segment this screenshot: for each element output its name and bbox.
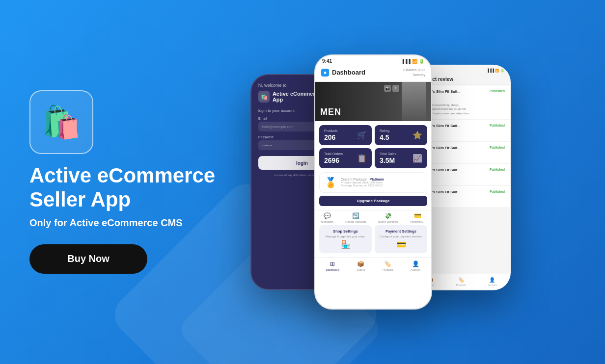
stats-grid: Products 206 🛒 Rating 4.5 ⭐ Total Orders bbox=[315, 121, 431, 172]
products-stat-info: Products 206 bbox=[324, 129, 338, 141]
app-icon: 🛍️ bbox=[42, 104, 81, 141]
nav-products[interactable]: 🏷️ Products bbox=[383, 260, 393, 271]
status-time: 9:41 bbox=[322, 58, 332, 64]
package-card: 🏅 Current Package Platinum Product Uploa… bbox=[319, 172, 427, 193]
dash-social: 📷 f bbox=[384, 85, 399, 92]
shop-settings-desc: Manage & organize your shop. bbox=[323, 235, 368, 238]
sales-icon: 📈 bbox=[412, 154, 422, 163]
rev-nav-products[interactable]: 🏷️ Products bbox=[456, 277, 466, 286]
nav-messages[interactable]: 💬 Messages bbox=[321, 212, 333, 223]
products-stat: Products 206 🛒 bbox=[319, 125, 372, 145]
review-status-1: Published bbox=[490, 89, 505, 95]
shop-settings-icon: 🏪 bbox=[323, 240, 368, 249]
sales-stat: Total Sales 3.5M 📈 bbox=[375, 148, 427, 168]
facebook-icon: f bbox=[392, 85, 399, 92]
refund-icon: ↩️ bbox=[352, 212, 359, 219]
review-status-4: Published bbox=[490, 168, 505, 173]
hero-text: MEN bbox=[320, 107, 341, 117]
orders-stat: Total Orders 2696 📋 bbox=[319, 148, 372, 168]
shop-settings-card[interactable]: Shop Settings Manage & organize your sho… bbox=[319, 225, 372, 253]
package-medal: 🏅 bbox=[325, 177, 337, 188]
app-title: Active eCommerce Seller App bbox=[29, 164, 236, 211]
orders-label: Total Orders bbox=[324, 152, 343, 156]
rev-nav-account[interactable]: 👤 Account bbox=[488, 277, 496, 286]
dash-title: Dashboard bbox=[332, 69, 365, 76]
products-icon: 🛒 bbox=[357, 130, 367, 140]
dash-date: 01March 2022 Tuesday bbox=[403, 68, 425, 78]
nav-withdraw[interactable]: 💸 Money Withdraw bbox=[378, 212, 398, 223]
status-bar: 9:41 ▐▐▐ 📶 🔋 bbox=[315, 55, 431, 65]
buy-now-button[interactable]: Buy Now bbox=[29, 244, 147, 274]
rating-stat: Rating 4.5 ⭐ bbox=[375, 125, 427, 145]
payment-icon: 💳 bbox=[414, 212, 421, 219]
withdraw-icon: 💸 bbox=[385, 212, 392, 219]
orders-value: 2696 bbox=[324, 156, 343, 164]
sales-value: 3.5M bbox=[380, 156, 396, 164]
settings-row: Shop Settings Manage & organize your sho… bbox=[315, 225, 431, 257]
app-subtitle: Only for Active eCommerce CMS bbox=[29, 217, 236, 229]
payment-settings-title: Payment Settings bbox=[379, 229, 423, 234]
app-icon-wrapper: 🛍️ bbox=[29, 90, 93, 154]
rating-icon: ⭐ bbox=[412, 130, 422, 140]
package-label: Current Package Platinum bbox=[341, 178, 422, 181]
sales-stat-info: Total Sales 3.5M bbox=[380, 152, 396, 164]
review-status-3: Published bbox=[490, 146, 505, 151]
dash-header: ■ Dashboard 01March 2022 Tuesday bbox=[315, 65, 431, 82]
dash-header-left: ■ Dashboard bbox=[321, 69, 365, 77]
account-nav-icon: 👤 bbox=[412, 260, 419, 267]
status-icons: ▐▐▐ 📶 🔋 bbox=[401, 59, 424, 64]
mid-nav-bar: 💬 Messages ↩️ Refund Requests 💸 Money Wi… bbox=[315, 210, 431, 225]
nav-refund[interactable]: ↩️ Refund Requests bbox=[345, 212, 366, 223]
rev-account-icon: 👤 bbox=[489, 277, 495, 283]
bottom-nav-bar: ⊞ Dashboard 📦 Orders 🏷️ Products 👤 Accou… bbox=[315, 257, 431, 274]
reviews-status-icons: ▐▐▐ 📶 🔋 bbox=[487, 69, 505, 73]
orders-icon: 📋 bbox=[357, 154, 367, 163]
login-app-icon: 🛍️ bbox=[258, 91, 270, 103]
rev-products-icon: 🏷️ bbox=[458, 277, 464, 283]
payment-settings-icon: 💳 bbox=[379, 240, 423, 249]
dash-hero: MEN 📷 f bbox=[315, 82, 431, 121]
orders-stat-info: Total Orders 2696 bbox=[324, 152, 343, 164]
review-status-5: Published bbox=[490, 190, 505, 195]
dashboard-icon: ■ bbox=[321, 69, 329, 77]
nav-dashboard[interactable]: ⊞ Dashboard bbox=[326, 260, 339, 271]
payment-settings-desc: Configure your payment method. bbox=[379, 235, 423, 238]
nav-account[interactable]: 👤 Account bbox=[411, 260, 420, 271]
left-panel: 🛍️ Active eCommerce Seller App Only for … bbox=[29, 90, 236, 274]
products-nav-icon: 🏷️ bbox=[384, 260, 391, 267]
package-info: Current Package Platinum Product Upload … bbox=[341, 178, 422, 187]
review-status-2: Published bbox=[490, 124, 505, 129]
products-value: 206 bbox=[324, 133, 338, 141]
hero-person bbox=[402, 82, 426, 121]
rating-value: 4.5 bbox=[380, 133, 389, 141]
dashboard-phone: 9:41 ▐▐▐ 📶 🔋 ■ Dashboard 01March 2022 bbox=[314, 54, 432, 310]
nav-payment[interactable]: 💳 Payment L... bbox=[410, 212, 425, 223]
rating-label: Rating bbox=[380, 129, 389, 132]
instagram-icon: 📷 bbox=[384, 85, 391, 92]
package-expires: Package Expires at: 2022-04-02 bbox=[341, 184, 422, 187]
orders-nav-icon: 📦 bbox=[357, 260, 364, 267]
rating-stat-info: Rating 4.5 bbox=[380, 129, 389, 141]
shop-settings-title: Shop Settings bbox=[323, 229, 368, 234]
sales-label: Total Sales bbox=[380, 152, 396, 156]
nav-orders[interactable]: 📦 Orders bbox=[357, 260, 365, 271]
products-label: Products bbox=[324, 129, 338, 132]
messages-icon: 💬 bbox=[324, 212, 331, 219]
payment-settings-card[interactable]: Payment Settings Configure your payment … bbox=[375, 225, 427, 253]
phones-section: hi, welcome to 🛍️ Active eCommerce Selle… bbox=[236, 20, 576, 344]
upgrade-button[interactable]: Upgrade Package bbox=[319, 196, 427, 206]
dashboard-nav-icon: ⊞ bbox=[330, 260, 335, 267]
